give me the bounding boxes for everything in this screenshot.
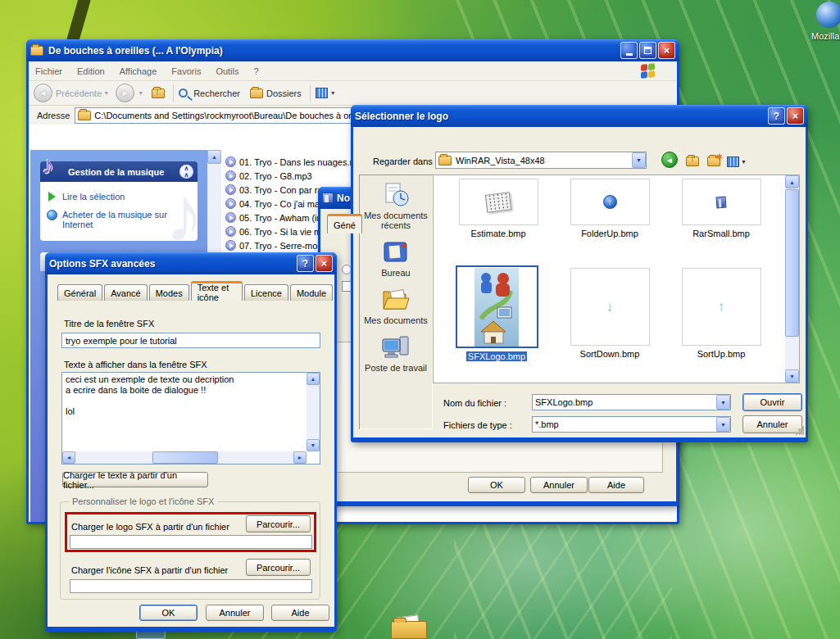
filetype-combo[interactable]: *.bmp ▼ [532, 416, 731, 433]
browse-icon-button[interactable]: Parcourir... [246, 559, 311, 576]
help-button[interactable]: ? [768, 107, 785, 125]
back-dropdown-arrow[interactable]: ▼ [103, 90, 109, 96]
tab-licence[interactable]: Licence [244, 284, 288, 301]
music-group-header[interactable]: ♪ Gestion de la musique ∧∧ [40, 161, 198, 182]
close-button[interactable]: × [316, 255, 333, 272]
archive-tabs: Géné [327, 214, 364, 233]
scroll-up-arrow[interactable]: ▲ [785, 175, 799, 188]
place-desktop[interactable]: Bureau [359, 240, 433, 278]
up-folder-button[interactable]: ↑ [684, 153, 701, 170]
load-text-button[interactable]: Charger le texte à partir d'un fichier..… [62, 472, 208, 487]
sfx-dialog-title: Options SFX avancées [49, 258, 295, 270]
icon-path-input[interactable] [70, 579, 312, 593]
scroll-thumb[interactable] [152, 451, 218, 464]
tab-modes[interactable]: Modes [149, 284, 189, 301]
file-thumb-folderup[interactable]: ↑ FolderUp.bmp [556, 179, 663, 238]
place-my-computer[interactable]: Poste de travail [359, 335, 433, 373]
logo-dialog-titlebar[interactable]: Sélectionner le logo ? × [351, 105, 808, 127]
explorer-titlebar[interactable]: De bouches à oreilles (... A l'Olympia) … [26, 39, 679, 61]
new-folder-icon: ✱ [707, 156, 720, 166]
filename-value: SFXLogo.bmp [535, 397, 593, 407]
file-thumb-sortup[interactable]: ↑ SortUp.bmp [668, 268, 774, 359]
ok-button[interactable]: OK [139, 605, 198, 621]
scroll-left-arrow[interactable]: ◄ [62, 451, 75, 464]
file-name: 05. Tryo - Awham (in [239, 213, 322, 223]
file-thumb-rarsmall[interactable]: RarSmall.bmp [668, 179, 774, 238]
music-group-title: Gestion de la musique [68, 167, 164, 177]
tab-module[interactable]: Module [290, 284, 333, 301]
menu-favoris[interactable]: Favoris [171, 66, 201, 76]
task-label: Acheter de la musique sur Internet [62, 210, 177, 229]
desktop-icon-mozilla[interactable]: Mozilla T [805, 2, 840, 41]
look-in-dropdown-arrow[interactable]: ▼ [632, 152, 646, 168]
back-button[interactable]: ◄ [34, 84, 52, 102]
ok-button[interactable]: OK [468, 477, 525, 493]
maximize-button[interactable] [639, 42, 656, 59]
minimize-button[interactable] [620, 42, 638, 59]
forward-dropdown-arrow[interactable]: ▼ [138, 90, 143, 96]
views-button[interactable]: ▼ [729, 153, 745, 170]
look-in-combo[interactable]: WinRAR_Vista_48x48 ▼ [435, 152, 647, 169]
menu-aide[interactable]: ? [254, 66, 259, 76]
cancel-button[interactable]: Annuler [206, 605, 264, 621]
scroll-up-arrow[interactable]: ▲ [207, 150, 221, 164]
tab-general[interactable]: Géné [327, 214, 362, 233]
sfx-dialog-titlebar[interactable]: Options SFX avancées ? × [45, 252, 337, 274]
views-dropdown-arrow[interactable]: ▼ [330, 90, 336, 96]
up-folder-button[interactable]: ↑ [152, 88, 165, 98]
textarea-vscrollbar[interactable]: ▲ ▼ [306, 373, 320, 451]
place-my-documents[interactable]: Mes documents [359, 288, 433, 325]
close-button[interactable]: × [658, 42, 675, 59]
resize-grip[interactable] [794, 426, 804, 436]
filename-dropdown-arrow[interactable]: ▼ [716, 395, 730, 410]
file-thumb-sfxlogo-selected[interactable]: SFXLogo.bmp [443, 265, 550, 361]
menu-outils[interactable]: Outils [216, 66, 238, 76]
new-folder-button[interactable]: ✱ [706, 153, 722, 170]
load-icon-label: Charger l'icône SFX à partir d'un fichie… [71, 565, 228, 575]
textarea-hscrollbar[interactable]: ◄ ► [62, 451, 306, 464]
tab-texte-et-icone[interactable]: Texte et icône [191, 281, 243, 301]
music-note-icon: ♪ [42, 152, 54, 179]
tab-general[interactable]: Général [57, 284, 102, 301]
filetype-value: *.bmp [535, 419, 559, 429]
filetype-dropdown-arrow[interactable]: ▼ [716, 417, 730, 432]
media-file-icon [225, 156, 236, 167]
look-in-label: Regarder dans : [373, 156, 438, 166]
place-recent-documents[interactable]: Mes documents récents [359, 183, 433, 230]
tab-avance[interactable]: Avancé [104, 284, 148, 301]
menu-edition[interactable]: Edition [77, 66, 105, 76]
forward-button[interactable]: ► [116, 84, 134, 102]
scroll-down-arrow[interactable]: ▼ [785, 369, 799, 383]
open-button[interactable]: Ouvrir [742, 393, 802, 411]
back-nav-button[interactable]: ◄ [661, 152, 678, 168]
help-button[interactable]: ? [297, 255, 314, 272]
address-value: C:\Documents and Settings\rockmyroot\Bur… [94, 111, 361, 120]
menu-fichier[interactable]: Fichier [35, 66, 62, 76]
desktop-icon-folder-partial[interactable] [391, 616, 429, 639]
help-button[interactable]: Aide [271, 605, 329, 621]
close-button[interactable]: × [787, 107, 804, 125]
menu-affichage[interactable]: Affichage [120, 66, 157, 76]
filename-combo[interactable]: SFXLogo.bmp ▼ [532, 394, 731, 410]
scroll-up-arrow[interactable]: ▲ [306, 373, 320, 385]
help-button[interactable]: Aide [588, 477, 644, 493]
estimate-bmp-icon [485, 192, 511, 212]
file-area-scrollbar[interactable]: ▲ ▼ [785, 175, 799, 383]
scroll-thumb[interactable] [785, 189, 799, 337]
media-file-icon [225, 240, 236, 251]
scroll-down-arrow[interactable]: ▼ [306, 439, 320, 451]
scroll-right-arrow[interactable]: ► [293, 451, 306, 464]
task-buy-music[interactable]: Acheter de la musique sur Internet [47, 210, 191, 229]
file-thumb-sortdown[interactable]: ↓ SortDown.bmp [556, 268, 663, 359]
cancel-button[interactable]: Annuler [530, 477, 588, 493]
file-thumb-label: SortDown.bmp [580, 349, 640, 359]
collapse-chevron-icon[interactable]: ∧∧ [179, 165, 193, 179]
toolbar-separator [310, 84, 311, 102]
file-thumb-estimate[interactable]: Estimate.bmp [445, 179, 552, 238]
sfx-title-input[interactable]: tryo exemple pour le tutorial [61, 333, 320, 348]
search-button[interactable]: Rechercher [193, 88, 240, 98]
task-play-selection[interactable]: Lire la sélection [47, 192, 191, 202]
sfx-text-area[interactable]: ceci est un exemple de texte ou decripti… [61, 372, 320, 465]
views-button-icon[interactable] [316, 88, 328, 98]
folders-button[interactable]: Dossiers [266, 88, 302, 98]
